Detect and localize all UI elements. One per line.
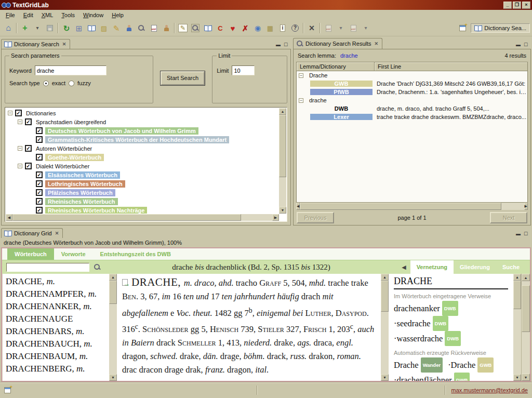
- word-list-item[interactable]: DRACHENBARS, m.: [6, 325, 106, 338]
- checkbox-checked-icon[interactable]: ✓: [36, 154, 43, 161]
- minimize-editor-icon[interactable]: ▬: [516, 232, 521, 236]
- checkbox-checked-icon[interactable]: ✓: [25, 118, 32, 125]
- tree-item-dialekt-wörterbücher[interactable]: −✓Dialekt Wörterbücher: [6, 162, 278, 170]
- help-icon[interactable]: ?: [289, 22, 301, 34]
- external-tools-dropdown-icon[interactable]: ▾: [360, 22, 372, 34]
- scroll-right-icon[interactable]: ▶: [272, 214, 279, 221]
- scroll-up-icon[interactable]: ▲: [109, 274, 117, 281]
- tab-vernetzung[interactable]: Vernetzung: [410, 260, 454, 274]
- minimize-view-icon[interactable]: ▬: [276, 43, 281, 47]
- close-icon[interactable]: ✕: [62, 42, 66, 47]
- reference-link[interactable]: ·drachenflächnerDWB: [394, 375, 470, 381]
- tree-item-deutsches-wörterbuch-von-jacob-und-wilhelm-grimm[interactable]: ✓Deutsches Wörterbuch von Jacob und Wilh…: [6, 126, 278, 135]
- word-list-item[interactable]: DRACHENBERG, m.: [6, 363, 106, 375]
- scroll-up-icon[interactable]: ▲: [381, 274, 389, 281]
- tab-wörterbuch[interactable]: Wörterbuch: [7, 248, 54, 260]
- launcher-icon[interactable]: ⊞: [73, 22, 85, 34]
- word-list-item[interactable]: DRACHENAUGE: [6, 313, 106, 325]
- word-list-item[interactable]: DRACHENBAUCH, m.: [6, 338, 106, 350]
- tree-item-grammatisch-kritisches-wörterbuch-der-hochdeutschen-mundart[interactable]: ✓Grammatisch-Kritisches Wörterbuch der H…: [6, 135, 278, 144]
- text-annotation-icon[interactable]: ✎: [110, 22, 123, 34]
- reference-link[interactable]: ·wasserdracheDWB: [394, 331, 503, 346]
- search-icon[interactable]: [94, 263, 101, 271]
- new-object-icon[interactable]: +: [19, 22, 31, 34]
- results-horizontal-scrollbar[interactable]: ◀ ▶: [296, 203, 528, 210]
- reference-link[interactable]: ·seedracheDWB: [394, 316, 503, 331]
- tree-item-rheinisches-wörterbuch[interactable]: ✓Rheinisches Wörterbuch: [6, 197, 278, 206]
- restore-window-icon[interactable]: ❐: [513, 2, 521, 9]
- refresh-icon[interactable]: ↻: [60, 22, 73, 34]
- collapse-icon[interactable]: −: [18, 164, 22, 168]
- info-icon[interactable]: i: [276, 22, 289, 34]
- reference-link[interactable]: drachenankerDWB: [394, 301, 503, 316]
- menu-help[interactable]: Help: [108, 11, 127, 19]
- radio-exact[interactable]: [43, 81, 49, 86]
- editor-outer-scrollbar[interactable]: ▲ ▼: [521, 274, 530, 381]
- search-icon[interactable]: [135, 22, 148, 34]
- xml-editor-icon[interactable]: [148, 22, 160, 34]
- result-dictionary-gwb[interactable]: GWB: [310, 81, 373, 87]
- checkbox-checked-icon[interactable]: ✓: [36, 198, 43, 205]
- checkbox-checked-icon[interactable]: ✓: [25, 163, 32, 169]
- checkbox-checked-icon[interactable]: ✓: [25, 145, 32, 152]
- maximize-view-icon[interactable]: ☐: [524, 43, 528, 47]
- close-window-icon[interactable]: ×: [522, 2, 530, 9]
- scroll-up-icon[interactable]: ▲: [522, 274, 530, 281]
- tree-item-sprachstadien-übergreifend[interactable]: −✓Sprachstadien übergreifend: [6, 117, 278, 126]
- collapse-icon[interactable]: −: [18, 120, 22, 124]
- close-icon[interactable]: ✕: [55, 231, 59, 236]
- result-row[interactable]: −drache: [297, 96, 527, 104]
- collapse-icon[interactable]: −: [299, 73, 303, 78]
- tree-item-autoren-wörterbücher[interactable]: −✓Autoren Wörterbücher: [6, 144, 278, 153]
- checkbox-checked-icon[interactable]: ✓: [36, 180, 43, 187]
- run-tool-icon[interactable]: [322, 22, 335, 34]
- delete-icon[interactable]: ×: [305, 22, 318, 34]
- radio-fuzzy[interactable]: [69, 81, 74, 86]
- collatex-icon[interactable]: C: [214, 22, 227, 34]
- tree-item-dictionaries[interactable]: −✓Dictionaries: [6, 109, 278, 117]
- revision-icon[interactable]: ✗: [239, 22, 251, 34]
- limit-input[interactable]: [232, 65, 255, 75]
- favorites-icon[interactable]: ♥: [227, 22, 239, 34]
- checkbox-checked-icon[interactable]: ✓: [36, 127, 43, 134]
- save-icon[interactable]: [44, 22, 56, 34]
- word-list-scrollbar[interactable]: ▲ ▼: [109, 274, 117, 381]
- scroll-left-icon[interactable]: ◀: [6, 214, 12, 221]
- checkbox-checked-icon[interactable]: ✓: [36, 136, 43, 143]
- user-edit-icon[interactable]: [160, 22, 172, 34]
- scroll-down-icon[interactable]: ▼: [109, 374, 117, 381]
- scroll-down-icon[interactable]: ▼: [381, 374, 389, 381]
- image-link-editor-icon[interactable]: ▨: [98, 22, 110, 34]
- column-header-first-line[interactable]: First Line: [375, 62, 527, 71]
- tab-vorworte[interactable]: Vorworte: [54, 248, 93, 260]
- scroll-down-icon[interactable]: ▼: [522, 374, 530, 381]
- radio-fuzzy-label[interactable]: fuzzy: [77, 80, 91, 86]
- maximize-editor-icon[interactable]: ☐: [524, 232, 528, 236]
- maximize-view-icon[interactable]: ☐: [284, 43, 288, 47]
- search-browser-icon[interactable]: [189, 22, 202, 34]
- menu-edit[interactable]: Edit: [20, 11, 37, 19]
- result-row[interactable]: −Drache: [297, 71, 527, 79]
- tree-item-rheinisches-wörterbuch-nachträge[interactable]: ✓Rheinisches Wörterbuch Nachträge: [6, 206, 278, 214]
- result-row[interactable]: GWBDrache 'Drach' DjG31,369 Mitsch2 246 …: [297, 79, 527, 88]
- close-icon[interactable]: ✕: [375, 41, 379, 46]
- word-list-item[interactable]: DRACHENAMPFER, m.: [6, 288, 106, 300]
- scroll-down-icon[interactable]: ▼: [513, 374, 521, 381]
- checkbox-checked-icon[interactable]: ✓: [15, 110, 22, 116]
- menu-tools[interactable]: Tools: [58, 11, 78, 19]
- minimize-window-icon[interactable]: _: [503, 2, 512, 9]
- metadata-editor-icon[interactable]: ▦: [264, 22, 276, 34]
- vernetzung-scrollbar[interactable]: ▲ ▼: [513, 274, 521, 381]
- collapse-icon[interactable]: −: [8, 111, 12, 115]
- logged-in-user-link[interactable]: max.mustermann@textgrid.de: [451, 387, 528, 393]
- reference-link[interactable]: DracheWander: [394, 360, 443, 370]
- reference-link[interactable]: ·DracheGWB: [448, 360, 494, 370]
- tree-item-lothringisches-wörterbuch[interactable]: ✓Lothringisches Wörterbuch: [6, 179, 278, 188]
- menu-file[interactable]: File: [2, 11, 19, 19]
- result-dictionary-lexer[interactable]: Lexer: [310, 114, 373, 120]
- word-list-item[interactable]: DRACHENBAUM, m.: [6, 350, 106, 363]
- collapse-icon[interactable]: −: [299, 98, 303, 103]
- previous-entry-icon[interactable]: ◀: [402, 264, 406, 271]
- tab-entstehungszeit-des-dwb[interactable]: Entstehungszeit des DWB: [93, 248, 178, 260]
- tree-item-goethe-wörterbuch[interactable]: ✓Goethe-Wörterbuch: [6, 153, 278, 162]
